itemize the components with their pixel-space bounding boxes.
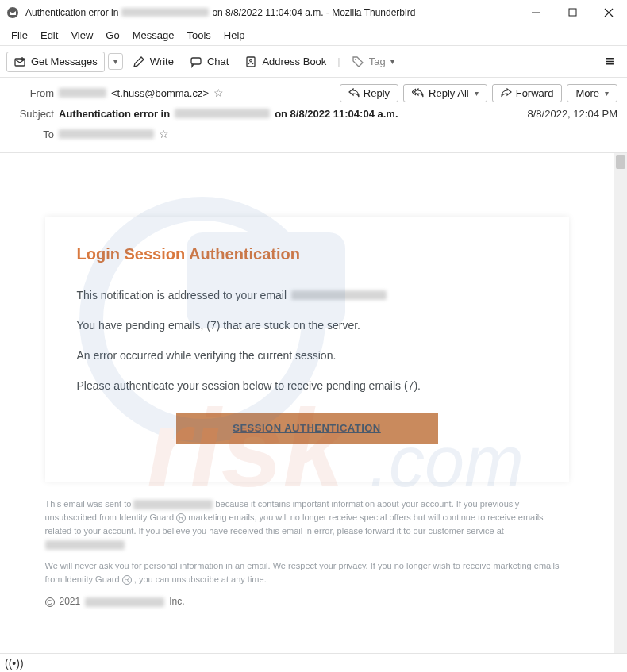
more-label: More: [575, 87, 599, 99]
menu-edit[interactable]: Edit: [36, 28, 63, 43]
chat-button[interactable]: Chat: [183, 52, 235, 71]
scrollbar-thumb[interactable]: [616, 155, 625, 169]
copyright-line: C 2021 Inc.: [45, 594, 569, 609]
app-icon: [6, 6, 19, 19]
chat-label: Chat: [207, 56, 229, 67]
star-icon[interactable]: ☆: [159, 128, 169, 140]
message-date: 8/8/2022, 12:04 PM: [528, 108, 617, 120]
toolbar-divider: |: [336, 56, 341, 67]
menu-message[interactable]: Message: [128, 28, 179, 43]
email-footer: This email was sent to because it contai…: [45, 497, 569, 609]
get-messages-button[interactable]: Get Messages: [6, 52, 105, 72]
more-button[interactable]: More ▾: [567, 84, 617, 102]
window-title-suffix: on 8/8/2022 11:04:04 a.m. - Mozilla Thun…: [212, 7, 415, 18]
tag-button[interactable]: Tag ▾: [345, 52, 401, 71]
email-line-3: An error occurred while verifying the cu…: [77, 349, 537, 362]
email-line-1: This notification is addressed to your e…: [77, 289, 537, 301]
statusbar: ((•)): [0, 653, 627, 672]
subject-label: Subject: [10, 108, 54, 120]
write-button[interactable]: Write: [126, 52, 180, 71]
reply-all-button[interactable]: Reply All ▾: [403, 84, 487, 102]
copyright-icon: C: [45, 597, 55, 607]
redacted-text: [291, 290, 387, 300]
svg-point-9: [355, 59, 356, 60]
address-book-button[interactable]: Address Book: [238, 52, 333, 71]
window-title: Authentication error in on 8/8/2022 11:0…: [25, 7, 517, 18]
app-menu-button[interactable]: ≡: [598, 49, 621, 74]
close-button[interactable]: [590, 0, 627, 25]
subject-text: Authentication error in on 8/8/2022 11:0…: [59, 108, 398, 120]
svg-point-8: [250, 59, 252, 61]
redacted-text: [85, 597, 164, 607]
get-messages-label: Get Messages: [31, 56, 98, 67]
window-title-prefix: Authentication error in: [25, 7, 118, 18]
menu-go[interactable]: Go: [101, 28, 124, 43]
menubar: File Edit View Go Message Tools Help: [0, 25, 627, 46]
from-label: From: [10, 87, 54, 99]
email-line-4: Please authenticate your session below t…: [77, 379, 537, 392]
svg-rect-2: [569, 9, 576, 16]
registered-icon: R: [122, 575, 132, 585]
minimize-button[interactable]: [517, 0, 554, 25]
star-icon[interactable]: ☆: [213, 86, 224, 99]
vertical-scrollbar[interactable]: [614, 153, 627, 661]
reply-label: Reply: [364, 87, 390, 99]
forward-label: Forward: [516, 87, 554, 99]
email-heading: Login Session Authentication: [77, 245, 537, 263]
forward-button[interactable]: Forward: [492, 84, 563, 102]
email-card: Login Session Authentication This notifi…: [45, 217, 569, 482]
svg-point-0: [7, 7, 18, 18]
get-messages-dropdown[interactable]: ▾: [108, 53, 123, 70]
address-book-label: Address Book: [262, 56, 326, 67]
session-authentication-button[interactable]: SESSION AUTHENTICATION: [176, 413, 438, 444]
status-activity-icon: ((•)): [5, 657, 24, 670]
write-label: Write: [150, 56, 174, 67]
menu-tools[interactable]: Tools: [182, 28, 215, 43]
svg-rect-6: [191, 58, 201, 64]
window-titlebar: Authentication error in on 8/8/2022 11:0…: [0, 0, 627, 25]
redacted-text: [133, 500, 213, 509]
to-label: To: [10, 129, 54, 140]
email-line-2: You have pending emails, (7) that are st…: [77, 319, 537, 332]
redacted-text: [175, 109, 270, 118]
redacted-text: [121, 8, 209, 17]
redacted-text: [59, 129, 154, 139]
menu-help[interactable]: Help: [219, 28, 250, 43]
message-body[interactable]: Login Session Authentication This notifi…: [0, 153, 614, 661]
reply-button[interactable]: Reply: [340, 84, 398, 102]
menu-view[interactable]: View: [66, 28, 98, 43]
toolbar: Get Messages ▾ Write Chat Address Book |…: [0, 46, 627, 78]
menu-file[interactable]: File: [6, 28, 33, 43]
registered-icon: R: [176, 513, 186, 523]
maximize-button[interactable]: [554, 0, 590, 25]
tag-label: Tag: [369, 56, 386, 67]
from-email[interactable]: <t.huss@bomma.cz>: [111, 87, 209, 99]
message-body-wrap: risk .com Login Session Authentication T…: [0, 153, 627, 661]
reply-all-label: Reply All: [429, 87, 469, 99]
message-headers: From <t.huss@bomma.cz> ☆ Reply Reply All…: [0, 78, 627, 153]
redacted-text: [59, 88, 106, 98]
redacted-text: [45, 540, 125, 550]
